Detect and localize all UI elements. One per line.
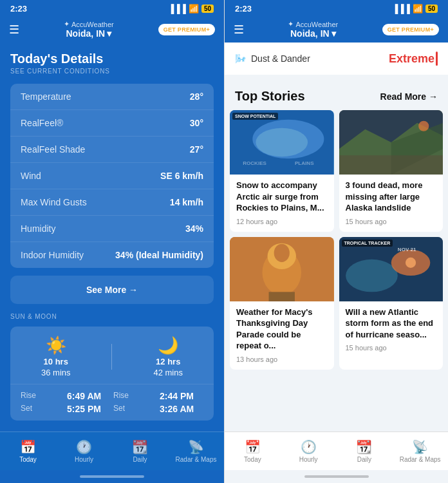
svg-text:PLAINS: PLAINS (295, 160, 314, 166)
detail-row: RealFeel Shade27° (10, 137, 214, 163)
right-nav-today[interactable]: 📅 Today (225, 432, 281, 470)
radar-icon: 📡 (188, 439, 204, 455)
sun-moon-bottom: Rise 6:49 AM Rise 2:44 PM Set 5:25 PM Se… (10, 384, 214, 421)
left-location[interactable]: Noida, IN ▾ (66, 28, 111, 39)
left-nav-today[interactable]: 📅 Today (0, 432, 56, 470)
right-chevron-down-icon: ▾ (331, 28, 336, 39)
detail-value: 30° (190, 118, 203, 128)
right-hamburger-icon[interactable]: ☰ (234, 24, 244, 35)
svg-point-14 (274, 243, 290, 261)
moon-set-value: 3:26 AM (160, 404, 203, 414)
left-brand: ✦ AccuWeather (64, 20, 114, 28)
left-status-bar: 2:23 ▐▐▐ 📶 50 (0, 0, 224, 16)
signal-icon: ▐▐▐ (168, 4, 186, 14)
svg-text:NOV 21: NOV 21 (397, 246, 416, 252)
news-time-2: 15 hours ago (346, 218, 437, 225)
sun-moon-label: SUN & MOON (10, 313, 214, 320)
dust-bar (436, 52, 438, 66)
left-panel: 2:23 ▐▐▐ 📶 50 ☰ ✦ AccuWeather Noida, IN … (0, 0, 224, 483)
sun-set-label: Set (21, 404, 64, 414)
hamburger-icon[interactable]: ☰ (9, 24, 19, 35)
moon-rise-label: Rise (113, 391, 157, 401)
home-bar-right (304, 475, 369, 478)
left-nav-hourly[interactable]: 🕐 Hourly (56, 432, 112, 470)
news-img-1: SNOW POTENTIAL ROCKIES PLAINS (230, 110, 334, 175)
news-body-4: Will a new Atlantic storm form as the en… (339, 301, 443, 359)
news-time-3: 13 hours ago (236, 355, 328, 363)
left-app-header: ☰ ✦ AccuWeather Noida, IN ▾ GET PREMIUM+ (0, 16, 224, 43)
sun-item: ☀️ 10 hrs 36 mins (41, 336, 71, 377)
news-headline-2: 3 found dead, more missing after large A… (346, 180, 437, 214)
detail-row: Max Wind Gusts14 km/h (10, 189, 214, 216)
svg-point-16 (346, 260, 398, 292)
snow-overlay-label: SNOW POTENTIAL (232, 113, 278, 120)
right-brand: ✦ AccuWeather (288, 20, 338, 28)
dust-left: 🌬️ Dust & Dander (235, 53, 310, 64)
see-more-button[interactable]: See More → (10, 276, 214, 304)
left-bottom-nav: 📅 Today 🕐 Hourly 📆 Daily 📡 Radar & Maps (0, 431, 224, 470)
right-nav-radar[interactable]: 📡 Radar & Maps (392, 432, 448, 470)
right-nav-hourly[interactable]: 🕐 Hourly (281, 432, 337, 470)
sun-set-value: 5:25 PM (67, 404, 111, 414)
sun-duration2: 36 mins (41, 368, 71, 377)
news-card-4[interactable]: TROPICAL TRACKER NOV 21 Will a new Atlan… (339, 237, 443, 370)
left-premium-button[interactable]: GET PREMIUM+ (158, 24, 215, 35)
svg-point-2 (256, 128, 308, 156)
news-card-1[interactable]: SNOW POTENTIAL ROCKIES PLAINS Snow to ac… (230, 110, 334, 232)
dust-label: Dust & Dander (251, 53, 310, 64)
left-nav-today-label: Today (19, 456, 37, 463)
detail-value: 28° (190, 91, 203, 102)
right-accu-icon: ✦ (288, 20, 294, 28)
right-daily-icon: 📆 (356, 439, 372, 455)
today-icon: 📅 (20, 439, 36, 455)
news-grid: SNOW POTENTIAL ROCKIES PLAINS Snow to ac… (225, 110, 448, 375)
detail-label: RealFeel Shade (21, 144, 85, 155)
right-nav-today-label: Today (244, 456, 261, 463)
storm-overlay-label: TROPICAL TRACKER (342, 240, 393, 247)
sun-rise-value: 6:49 AM (67, 391, 111, 401)
storm-svg: NOV 21 (339, 237, 443, 301)
right-header-center: ✦ AccuWeather Noida, IN ▾ (288, 20, 338, 39)
left-nav-daily-label: Daily (133, 456, 147, 463)
right-home-indicator (225, 470, 448, 483)
right-signal-icon: ▐▐▐ (392, 4, 410, 14)
moon-duration1: 12 hrs (156, 357, 180, 366)
left-main-content: Today's Details SEE CURRENT CONDITIONS T… (0, 43, 224, 431)
news-img-2 (339, 110, 443, 175)
news-card-3[interactable]: Weather for Macy's Thanksgiving Day Para… (230, 237, 334, 370)
page-title: Today's Details (10, 52, 214, 66)
detail-row: RealFeel®30° (10, 110, 214, 137)
page-subtitle: SEE CURRENT CONDITIONS (10, 68, 214, 75)
detail-label: Temperature (21, 91, 71, 102)
sun-rise-label: Rise (21, 391, 64, 401)
left-home-indicator (0, 470, 224, 483)
left-nav-radar[interactable]: 📡 Radar & Maps (168, 432, 224, 470)
right-location[interactable]: Noida, IN ▾ (290, 28, 336, 39)
detail-row: Indoor Humidity34% (Ideal Humidity) (10, 242, 214, 268)
battery-badge: 50 (201, 5, 214, 13)
sun-icon: ☀️ (46, 336, 66, 355)
detail-row: WindSE 6 km/h (10, 163, 214, 189)
home-bar-left (80, 475, 144, 478)
detail-label: Indoor Humidity (21, 250, 84, 260)
right-premium-button[interactable]: GET PREMIUM+ (382, 24, 439, 35)
right-nav-hourly-label: Hourly (299, 456, 318, 463)
detail-value: 34% (Ideal Humidity) (115, 250, 203, 260)
alaska-svg (339, 110, 443, 175)
moon-duration2: 42 mins (153, 368, 183, 377)
news-card-2[interactable]: 3 found dead, more missing after large A… (339, 110, 443, 232)
svg-point-18 (405, 257, 415, 267)
news-body-2: 3 found dead, more missing after large A… (339, 175, 443, 232)
daily-icon: 📆 (132, 439, 148, 455)
left-nav-daily[interactable]: 📆 Daily (112, 432, 168, 470)
svg-rect-8 (339, 155, 443, 175)
stories-title: Top Stories (235, 89, 305, 104)
right-nav-daily[interactable]: 📆 Daily (337, 432, 393, 470)
detail-label: Humidity (21, 223, 55, 234)
sun-duration1: 10 hrs (44, 357, 68, 366)
detail-value: SE 6 km/h (160, 171, 203, 181)
detail-label: Wind (21, 171, 41, 181)
read-more-link[interactable]: Read More → (380, 91, 438, 102)
news-headline-1: Snow to accompany Arctic air surge from … (236, 180, 328, 214)
right-battery-badge: 50 (425, 5, 438, 13)
